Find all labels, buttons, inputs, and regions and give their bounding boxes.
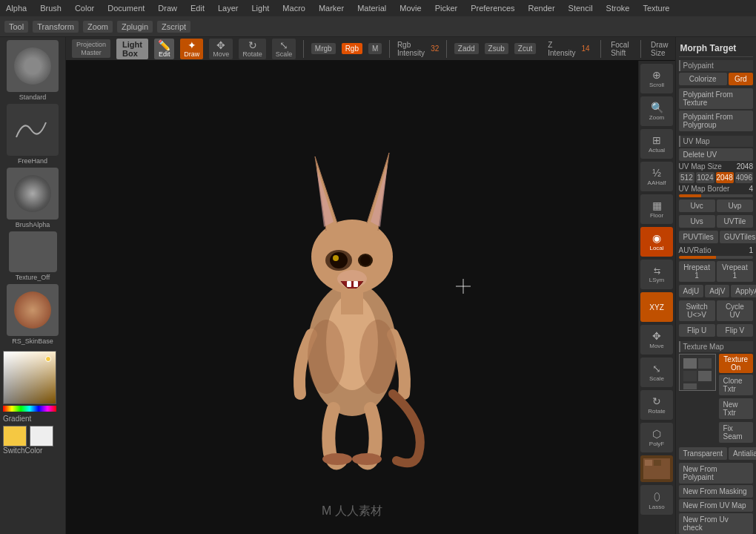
hrepeat-btn[interactable]: Hrepeat 1	[679, 261, 715, 282]
menu-color[interactable]: Color	[72, 2, 97, 14]
new-from-uv-map-btn[interactable]: New From UV Map	[679, 499, 753, 512]
color-gradient[interactable]	[3, 351, 56, 404]
uvs-btn[interactable]: Uvs	[679, 215, 715, 228]
uv-4096-btn[interactable]: 4096	[735, 172, 753, 183]
clone-txtr-btn[interactable]: Clone Txtr	[719, 375, 753, 395]
zsub-btn[interactable]: Zsub	[485, 43, 508, 54]
switch-uv-btn[interactable]: Switch U<>V	[679, 300, 715, 321]
menu-light[interactable]: Light	[249, 2, 273, 14]
uvc-btn[interactable]: Uvc	[679, 200, 715, 212]
projection-master-btn[interactable]: ProjectionMaster	[72, 39, 110, 59]
brush-skin[interactable]: RS_SkinBase	[3, 284, 62, 345]
auvratio-slider[interactable]	[679, 256, 753, 259]
local-btn[interactable]: ◉ Local	[640, 227, 673, 257]
rotate-viewport-btn[interactable]: ↻ Rotate	[640, 390, 673, 420]
lightbox-btn[interactable]: Light Box	[116, 39, 148, 59]
uvp-btn[interactable]: Uvp	[717, 200, 753, 212]
uv-512-btn[interactable]: 512	[679, 172, 695, 183]
move-viewport-btn[interactable]: ✥ Move	[640, 325, 673, 355]
scale-viewport-btn[interactable]: ⤡ Scale	[640, 357, 673, 387]
cycle-uv-btn[interactable]: Cycle UV	[717, 300, 753, 321]
vrepeat-btn[interactable]: Vrepeat 1	[717, 261, 753, 282]
grd-btn[interactable]: Grd	[729, 73, 753, 85]
menu-edit[interactable]: Edit	[188, 2, 208, 14]
new-from-masking-btn[interactable]: New From Masking	[679, 485, 753, 498]
menu-picker[interactable]: Picker	[432, 2, 461, 14]
menu-stencil[interactable]: Stencil	[566, 2, 596, 14]
menu-draw[interactable]: Draw	[155, 2, 180, 14]
brush-freehand[interactable]: FreeHand	[3, 104, 62, 165]
scale-btn[interactable]: ⤡ Scale	[272, 39, 296, 59]
flip-v-btn[interactable]: Flip V	[717, 324, 753, 337]
viewport[interactable]: M 人人素材	[66, 61, 638, 534]
zscript-btn[interactable]: Zscript	[157, 21, 190, 33]
brush-alpha[interactable]: BrushAlpha	[3, 168, 62, 228]
puvtiles-btn[interactable]: PUVTiles	[679, 231, 718, 243]
applyadj-btn[interactable]: ApplyAdj	[731, 285, 756, 297]
menu-material[interactable]: Material	[354, 2, 389, 14]
menu-layer[interactable]: Layer	[215, 2, 242, 14]
rotate-btn[interactable]: ↻ Rotate	[239, 39, 266, 59]
rgb-btn[interactable]: Rgb	[342, 43, 362, 54]
zadd-btn[interactable]: Zadd	[454, 43, 479, 54]
xyz-btn[interactable]: XYZ	[640, 292, 673, 322]
edit-btn[interactable]: ✏️ Edit	[154, 39, 174, 59]
menu-alpha[interactable]: Alpha	[3, 2, 30, 14]
guvtiles-btn[interactable]: GUVTiles	[720, 231, 756, 243]
new-txtr-btn[interactable]: New Txtr	[719, 398, 753, 419]
fix-seam-btn[interactable]: Fix Seam	[719, 422, 753, 443]
flip-u-btn[interactable]: Flip U	[679, 324, 715, 337]
switch-color-label[interactable]: SwitchColor	[3, 446, 62, 455]
polypaint-from-texture-btn[interactable]: Polypaint From Texture	[679, 88, 753, 109]
transform-btn[interactable]: Transform	[33, 21, 79, 33]
texture-swatch-btn[interactable]	[640, 455, 673, 482]
brush-texture[interactable]: Texture_Off	[3, 231, 62, 281]
tool-btn[interactable]: Tool	[4, 21, 28, 33]
lsym-btn[interactable]: ⇆ LSym	[640, 260, 673, 289]
menu-macro[interactable]: Macro	[279, 2, 308, 14]
lasso-btn[interactable]: ⬯ Lasso	[640, 485, 673, 515]
svg-rect-26	[683, 383, 697, 389]
texture-thumbnail[interactable]	[679, 354, 716, 391]
secondary-color-swatch[interactable]	[30, 426, 53, 446]
adju-btn[interactable]: AdjU	[679, 285, 704, 297]
zoom-btn[interactable]: Zoom	[83, 21, 113, 33]
brush-standard[interactable]: Standard	[3, 40, 62, 101]
transparent-btn[interactable]: Transparent	[679, 447, 728, 460]
new-from-uv-check-btn[interactable]: New From Uv check	[679, 513, 753, 534]
texture-on-btn[interactable]: Texture On	[719, 354, 753, 373]
new-from-polypaint-btn[interactable]: New From Polypaint	[679, 463, 753, 484]
adjv-btn[interactable]: AdjV	[705, 285, 729, 297]
uvtile-btn[interactable]: UVTile	[717, 215, 753, 228]
move-btn[interactable]: ✥ Move	[209, 39, 233, 59]
m-btn[interactable]: M	[368, 43, 382, 54]
colorize-btn[interactable]: Colorize	[679, 73, 727, 85]
menu-document[interactable]: Document	[105, 2, 147, 14]
actual-btn[interactable]: ⊞ Actual	[640, 129, 673, 159]
zoom-viewport-btn[interactable]: 🔍 Zoom	[640, 96, 673, 126]
uv-1024-btn[interactable]: 1024	[696, 172, 714, 183]
menu-texture[interactable]: Texture	[640, 2, 672, 14]
menu-render[interactable]: Render	[525, 2, 558, 14]
menu-stroke[interactable]: Stroke	[603, 2, 633, 14]
aahalf-btn[interactable]: ½ AAHalf	[640, 162, 673, 191]
delete-uv-btn[interactable]: Delete UV	[679, 148, 753, 161]
menu-movie[interactable]: Movie	[397, 2, 424, 14]
zcut-btn[interactable]: Zcut	[514, 43, 536, 54]
color-picker[interactable]: Gradient SwitchColor	[3, 351, 62, 455]
mrgb-btn[interactable]: Mrgb	[311, 43, 336, 54]
uv-2048-btn[interactable]: 2048	[716, 172, 734, 183]
uv-border-slider[interactable]	[679, 194, 753, 197]
primary-color-swatch[interactable]	[3, 426, 27, 446]
draw-btn[interactable]: ✦ Draw	[180, 39, 203, 59]
antialiased-btn[interactable]: Antialiased	[729, 447, 756, 460]
polyf-btn[interactable]: ⬡ PolyF	[640, 423, 673, 452]
polypaint-from-polygroup-btn[interactable]: Polypaint From Polygroup	[679, 111, 753, 131]
scroll-btn[interactable]: ⊕ Scroll	[640, 64, 673, 93]
menu-marker[interactable]: Marker	[316, 2, 347, 14]
floor-btn[interactable]: ▦ Floor	[640, 194, 673, 224]
menu-brush[interactable]: Brush	[37, 2, 64, 14]
menu-preferences[interactable]: Preferences	[468, 2, 517, 14]
zplugin-btn[interactable]: Zplugin	[117, 21, 153, 33]
hue-bar[interactable]	[3, 406, 56, 412]
